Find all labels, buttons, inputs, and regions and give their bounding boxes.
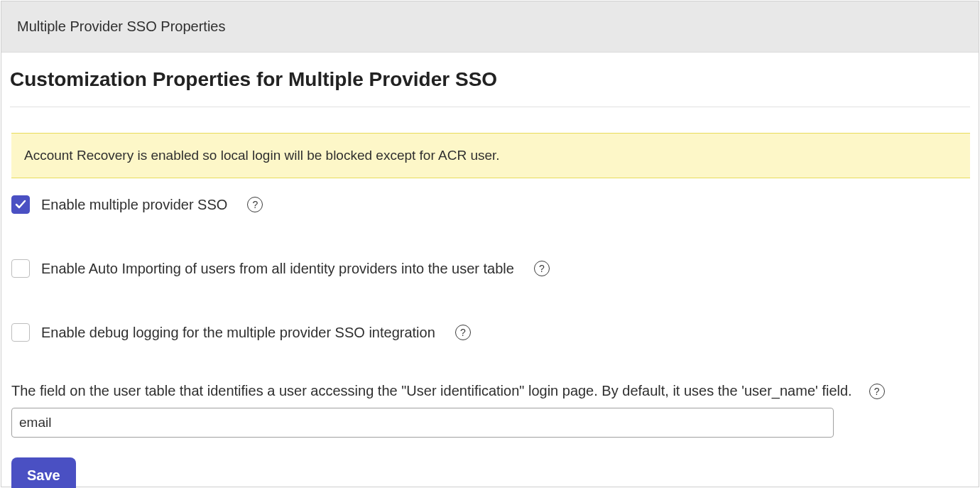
user-id-field-section: The field on the user table that identif… bbox=[10, 383, 970, 438]
page-title: Customization Properties for Multiple Pr… bbox=[10, 68, 970, 107]
user-id-field-label: The field on the user table that identif… bbox=[11, 383, 852, 399]
auto-import-label: Enable Auto Importing of users from all … bbox=[41, 261, 514, 277]
enable-sso-checkbox[interactable] bbox=[11, 195, 30, 214]
debug-logging-row: Enable debug logging for the multiple pr… bbox=[10, 319, 970, 346]
header-title: Multiple Provider SSO Properties bbox=[17, 18, 963, 35]
check-icon bbox=[15, 199, 26, 210]
user-id-field-input[interactable] bbox=[11, 408, 834, 438]
help-icon[interactable]: ? bbox=[247, 197, 263, 212]
help-icon[interactable]: ? bbox=[869, 384, 885, 399]
debug-logging-label: Enable debug logging for the multiple pr… bbox=[41, 325, 435, 341]
save-button[interactable]: Save bbox=[11, 457, 76, 488]
header-bar: Multiple Provider SSO Properties bbox=[1, 1, 979, 53]
auto-import-checkbox[interactable] bbox=[11, 259, 30, 278]
auto-import-row: Enable Auto Importing of users from all … bbox=[10, 255, 970, 282]
enable-sso-row: Enable multiple provider SSO ? bbox=[10, 191, 970, 218]
debug-logging-checkbox[interactable] bbox=[11, 323, 30, 342]
info-banner: Account Recovery is enabled so local log… bbox=[11, 133, 970, 178]
enable-sso-label: Enable multiple provider SSO bbox=[41, 197, 227, 213]
help-icon[interactable]: ? bbox=[455, 325, 471, 340]
help-icon[interactable]: ? bbox=[534, 261, 550, 276]
info-banner-text: Account Recovery is enabled so local log… bbox=[24, 148, 500, 163]
